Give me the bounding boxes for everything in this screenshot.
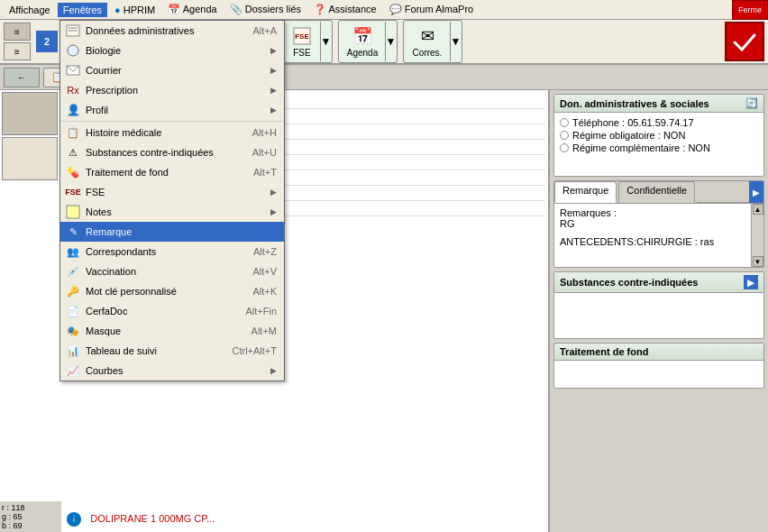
fse-menu-icon: FSE bbox=[66, 185, 80, 199]
menu-affichage[interactable]: Affichage bbox=[4, 3, 56, 17]
drug-item: i DOLIPRANE 1 000MG CP... bbox=[63, 510, 548, 528]
menu-forum[interactable]: 💬 Forum AlmaPro bbox=[384, 2, 479, 17]
menu-notes[interactable]: Notes ▶ bbox=[60, 202, 284, 222]
remarque-action-icon[interactable]: ▶ bbox=[749, 181, 763, 203]
drug-icon: i bbox=[67, 512, 81, 527]
close-button[interactable]: Ferme bbox=[732, 0, 768, 20]
profile-menu-icon: 👤 bbox=[66, 103, 80, 117]
svg-point-11 bbox=[68, 45, 78, 56]
stat-b: b : 69 bbox=[2, 521, 59, 530]
phone-radio bbox=[560, 118, 569, 127]
menu-fse[interactable]: FSE FSE ▶ bbox=[60, 182, 284, 202]
fse-dropdown-arrow[interactable]: ▼ bbox=[320, 22, 331, 61]
menu-histoire[interactable]: 📋 Histoire médicale Alt+H bbox=[60, 123, 284, 142]
clip-icon: 📎 bbox=[230, 4, 242, 14]
menu-tableau-suivi[interactable]: 📊 Tableau de suivi Ctrl+Alt+T bbox=[60, 341, 284, 361]
remarks-scrollbar[interactable]: ▲ ▼ bbox=[751, 204, 763, 267]
right-panel: Don. administratives & sociales 🔄 Téléph… bbox=[550, 90, 768, 532]
menu-agenda[interactable]: 📅 Agenda bbox=[162, 2, 222, 17]
remarks-area: Remarques : RG ANTECEDENTS:CHIRURGIE : r… bbox=[554, 204, 763, 267]
agenda-dropdown-arrow[interactable]: ▼ bbox=[385, 22, 396, 61]
substances-section: Substances contre-indiquées ▶ bbox=[553, 271, 764, 339]
substances-action-icon[interactable]: ▶ bbox=[744, 275, 758, 289]
tab-group: Remarque Confidentielle ▶ bbox=[554, 181, 763, 204]
regime-oblig-row: Régime obligatoire : NON bbox=[560, 129, 758, 142]
menu-vaccination[interactable]: 💉 Vaccination Alt+V bbox=[60, 261, 284, 281]
traitement-section-header: Traitement de fond bbox=[554, 344, 763, 361]
key-menu-icon: 🔑 bbox=[66, 284, 80, 298]
fse-group: FSE FSE ▼ bbox=[282, 20, 333, 63]
refresh-icon[interactable]: 🔄 bbox=[745, 97, 758, 109]
tab-spacer bbox=[697, 181, 749, 203]
bottom-stats: r : 118 g : 65 b : 69 bbox=[0, 501, 61, 532]
remarks-label: Remarques : bbox=[560, 207, 744, 218]
menu-donnees-admin[interactable]: Données administratives Alt+A bbox=[60, 21, 284, 41]
thumb-panel-1[interactable] bbox=[2, 92, 58, 135]
stat-g: g : 65 bbox=[2, 512, 59, 521]
menu-biologie[interactable]: Biologie ▶ bbox=[60, 41, 284, 60]
fse-button[interactable]: FSE FSE bbox=[284, 22, 320, 61]
fse-icon: FSE bbox=[291, 25, 313, 47]
agenda-group: 📅 Agenda ▼ bbox=[338, 20, 398, 63]
admin-section-body: Téléphone : 05.61.59.74.17 Régime obliga… bbox=[554, 113, 763, 176]
number-badge: 2 bbox=[36, 31, 58, 52]
forum-icon: 💬 bbox=[389, 4, 402, 14]
thumb-panel-2[interactable] bbox=[2, 137, 58, 180]
mail-menu-icon bbox=[66, 63, 80, 78]
admin-section: Don. administratives & sociales 🔄 Téléph… bbox=[553, 94, 764, 177]
rx-menu-icon: Rx bbox=[66, 83, 80, 97]
scroll-up-arrow[interactable]: ▲ bbox=[753, 204, 763, 215]
remarks-rg: RG bbox=[560, 218, 744, 229]
check-icon bbox=[731, 28, 758, 55]
rem-menu-icon: ✎ bbox=[66, 225, 80, 239]
mask-menu-icon: 🎭 bbox=[66, 324, 80, 338]
remarks-antecedents: ANTECEDENTS:CHIRURGIE : ras bbox=[560, 236, 744, 247]
menu-remarque[interactable]: ✎ Remarque bbox=[60, 222, 284, 242]
validate-button[interactable] bbox=[725, 22, 764, 61]
menu-dossiers-lies[interactable]: 📎 Dossiers liés bbox=[224, 2, 306, 17]
admin-section-header: Don. administratives & sociales 🔄 bbox=[554, 95, 763, 113]
menu-fenetres[interactable]: Fenêtres bbox=[58, 3, 107, 17]
panel-thumb-1[interactable]: ≡ bbox=[4, 23, 31, 41]
agenda-toolbar-button[interactable]: 📅 Agenda bbox=[340, 22, 385, 61]
menu-courbes[interactable]: 📈 Courbes ▶ bbox=[60, 361, 284, 381]
menu-substances[interactable]: ⚠ Substances contre-indiquées Alt+U bbox=[60, 142, 284, 162]
vax-menu-icon: 💉 bbox=[66, 264, 80, 279]
fse-svg: FSE bbox=[292, 27, 312, 45]
menu-prescription[interactable]: Rx Prescription ▶ bbox=[60, 80, 284, 100]
menu-hprim[interactable]: ● HPRIM bbox=[109, 3, 160, 17]
substance-menu-icon: ⚠ bbox=[66, 145, 80, 160]
assist-icon: ❓ bbox=[314, 4, 326, 14]
fenetres-dropdown: Données administratives Alt+A Biologie ▶… bbox=[59, 20, 285, 381]
menu-traitement[interactable]: 💊 Traitement de fond Alt+T bbox=[60, 162, 284, 182]
remarks-content: Remarques : RG ANTECEDENTS:CHIRURGIE : r… bbox=[560, 207, 758, 247]
left-panel-toggle[interactable]: ← bbox=[4, 68, 40, 87]
menu-profil[interactable]: 👤 Profil ▶ bbox=[60, 100, 284, 120]
svg-rect-13 bbox=[67, 206, 79, 218]
menu-cerfadoc[interactable]: 📄 CerfaDoc Alt+Fin bbox=[60, 301, 284, 321]
regime-oblig-radio bbox=[560, 131, 569, 140]
panel-thumb-2[interactable]: ≡ bbox=[4, 42, 31, 60]
corr-menu-icon: 👥 bbox=[66, 244, 80, 259]
menu-courrier[interactable]: Courrier ▶ bbox=[60, 60, 284, 80]
agenda-icon: 📅 bbox=[168, 4, 180, 14]
corres-button[interactable]: ✉ Corres. bbox=[405, 22, 450, 61]
traitement-body bbox=[554, 361, 763, 388]
menu-assistance[interactable]: ❓ Assistance bbox=[308, 2, 382, 17]
regime-comp-row: Régime complémentaire : NON bbox=[560, 142, 758, 154]
tab-remarque[interactable]: Remarque bbox=[554, 181, 617, 203]
corres-group: ✉ Corres. ▼ bbox=[403, 20, 462, 63]
menu-sep-1 bbox=[60, 121, 284, 122]
tab-confidentielle[interactable]: Confidentielle bbox=[618, 181, 695, 203]
cerfa-menu-icon: 📄 bbox=[66, 304, 80, 318]
phone-row: Téléphone : 05.61.59.74.17 bbox=[560, 116, 758, 129]
table-menu-icon: 📊 bbox=[66, 344, 80, 358]
menu-correspondants[interactable]: 👥 Correspondants Alt+Z bbox=[60, 242, 284, 261]
menu-masque[interactable]: 🎭 Masque Alt+M bbox=[60, 321, 284, 341]
menu-motcle[interactable]: 🔑 Mot clé personnalisé Alt+K bbox=[60, 281, 284, 301]
stat-r: r : 118 bbox=[2, 503, 59, 512]
notes-menu-icon bbox=[66, 205, 80, 219]
admin-menu-icon bbox=[66, 23, 80, 38]
corres-dropdown-arrow[interactable]: ▼ bbox=[450, 22, 461, 61]
scroll-down-arrow[interactable]: ▼ bbox=[753, 256, 763, 267]
